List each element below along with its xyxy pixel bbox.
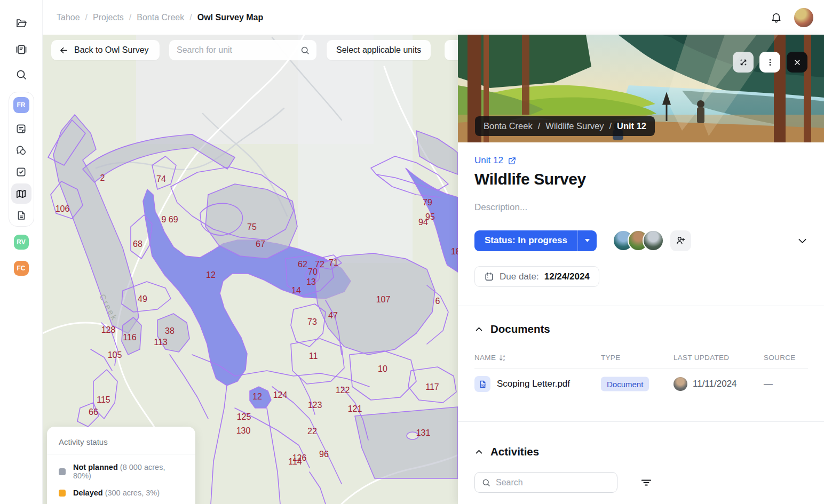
- breadcrumb-current: Owl Survey Map: [197, 13, 264, 22]
- column-last-updated[interactable]: LAST UPDATED: [674, 354, 729, 362]
- hero-crumb-unit: Unit 12: [617, 121, 646, 131]
- documents-heading: Documents: [490, 323, 550, 335]
- breadcrumb-separator: /: [85, 13, 88, 22]
- unit-search-input[interactable]: [177, 45, 300, 55]
- svg-text:PDF: PDF: [480, 384, 485, 387]
- svg-text:113: 113: [154, 338, 168, 347]
- activities-heading: Activities: [490, 445, 539, 458]
- documents-table: NAME AZ TYPE LAST UPDATED SOURCE PDF Sco…: [474, 354, 808, 399]
- workspace-avatar-fr[interactable]: FR: [13, 97, 29, 113]
- app-sidebar: FR RV FC: [0, 0, 43, 504]
- filter-lines-icon: [641, 478, 652, 487]
- svg-text:66: 66: [89, 407, 98, 417]
- search-icon[interactable]: [14, 68, 28, 82]
- legend-item-delayed: Delayed (300 acres, 3%): [59, 489, 184, 497]
- document-row[interactable]: PDF Scoping Letter.pdf Document 11/11/20…: [474, 369, 808, 399]
- chevron-up-icon: [474, 447, 484, 457]
- chevron-down-icon: [797, 235, 808, 246]
- collapse-details-chevron[interactable]: [797, 235, 808, 246]
- add-assignee-button[interactable]: [670, 230, 691, 251]
- document-icon[interactable]: [14, 209, 28, 222]
- svg-text:107: 107: [376, 295, 391, 304]
- more-options-button[interactable]: [759, 52, 780, 73]
- due-date-value: 12/24/2024: [544, 271, 590, 282]
- svg-text:13: 13: [306, 277, 316, 286]
- unit-12-link[interactable]: Unit 12: [474, 155, 517, 166]
- due-date-label: Due date:: [500, 271, 539, 282]
- document-type-badge: Document: [601, 377, 649, 391]
- legend-swatch: [59, 468, 66, 475]
- legend-item-not-planned: Not planned (8 000 acres, 80%): [59, 463, 184, 480]
- select-applicable-units-button[interactable]: Select applicable units: [327, 40, 431, 60]
- svg-text:123: 123: [308, 401, 322, 410]
- hero-crumb-bonta-creek[interactable]: Bonta Creek: [484, 121, 533, 131]
- toolbar-button-partial[interactable]: [445, 40, 458, 60]
- activities-search-input[interactable]: [496, 478, 611, 487]
- assignee-avatars[interactable]: [613, 230, 664, 251]
- sidebar-item-map-active[interactable]: [11, 183, 31, 204]
- search-icon: [300, 45, 310, 55]
- filter-button[interactable]: [641, 478, 652, 487]
- owl-survey-map[interactable]: Creek 2741069 69756867126272717013144910…: [43, 35, 458, 504]
- library-icon[interactable]: [14, 43, 28, 57]
- last-updated-date: 11/11/2024: [693, 379, 737, 389]
- status-button[interactable]: Status: In progress: [474, 230, 597, 251]
- back-to-owl-survey-button[interactable]: Back to Owl Survey: [51, 40, 160, 60]
- svg-text:75: 75: [247, 222, 257, 231]
- legend-divider: [47, 454, 195, 454]
- breadcrumb-tahoe[interactable]: Tahoe: [57, 13, 80, 22]
- panel-content: Unit 12 Wildlife Survey Description... S…: [458, 142, 824, 287]
- chat-icon[interactable]: [14, 143, 28, 157]
- svg-text:2: 2: [100, 173, 105, 182]
- breadcrumb-separator: /: [129, 13, 131, 22]
- svg-text:Z: Z: [503, 358, 505, 362]
- hero-crumb-wildlife-survey[interactable]: Wildlife Survey: [545, 121, 604, 131]
- breadcrumb-bonta-creek[interactable]: Bonta Creek: [137, 13, 184, 22]
- close-panel-button[interactable]: [787, 52, 807, 73]
- svg-text:12: 12: [252, 392, 262, 401]
- documents-section-header[interactable]: Documents: [474, 323, 808, 335]
- workspace-avatar-fc[interactable]: FC: [14, 261, 29, 276]
- column-type[interactable]: TYPE: [601, 354, 620, 362]
- svg-text:124: 124: [273, 390, 288, 399]
- svg-text:67: 67: [256, 239, 265, 249]
- status-dropdown-arrow[interactable]: [578, 230, 597, 251]
- status-row: Status: In progress: [474, 230, 808, 251]
- activity-status-legend: Activity status Not planned (8 000 acres…: [47, 427, 195, 504]
- svg-text:47: 47: [328, 311, 338, 320]
- section-divider: [458, 306, 824, 306]
- user-avatar[interactable]: [794, 8, 813, 27]
- assignee-avatar-3[interactable]: [643, 230, 664, 251]
- svg-text:114: 114: [288, 457, 302, 466]
- column-source[interactable]: SOURCE: [764, 354, 796, 362]
- source-value: —: [764, 379, 773, 389]
- svg-text:94: 94: [418, 218, 428, 227]
- search-icon: [481, 478, 491, 487]
- activities-section: Activities: [474, 445, 808, 493]
- description-placeholder[interactable]: Description...: [474, 202, 808, 213]
- svg-text:62: 62: [298, 260, 307, 269]
- legend-swatch: [59, 490, 66, 497]
- arrow-left-icon: [59, 45, 69, 55]
- notifications-bell-icon[interactable]: [770, 11, 782, 23]
- activities-section-header[interactable]: Activities: [474, 445, 808, 458]
- svg-text:116: 116: [123, 333, 137, 342]
- svg-text:130: 130: [236, 426, 251, 435]
- section-divider: [458, 421, 824, 422]
- expand-button[interactable]: [733, 52, 754, 73]
- documents-table-header: NAME AZ TYPE LAST UPDATED SOURCE: [474, 354, 808, 363]
- svg-text:12: 12: [206, 270, 216, 279]
- svg-text:18: 18: [451, 247, 458, 256]
- workspace-avatar-rv[interactable]: RV: [14, 235, 29, 250]
- due-date-button[interactable]: Due date: 12/24/2024: [474, 266, 599, 287]
- tasks-icon[interactable]: [14, 165, 28, 179]
- svg-text:117: 117: [425, 382, 439, 391]
- breadcrumb: Tahoe/ Projects/ Bonta Creek/ Owl Survey…: [57, 13, 263, 22]
- projects-folder-icon[interactable]: [14, 16, 28, 30]
- svg-text:22: 22: [307, 427, 317, 436]
- notes-icon[interactable]: [14, 122, 28, 135]
- column-name[interactable]: NAME AZ: [474, 354, 506, 362]
- svg-text:A: A: [503, 354, 505, 357]
- breadcrumb-projects[interactable]: Projects: [93, 13, 124, 22]
- unit-search-box: [169, 40, 316, 60]
